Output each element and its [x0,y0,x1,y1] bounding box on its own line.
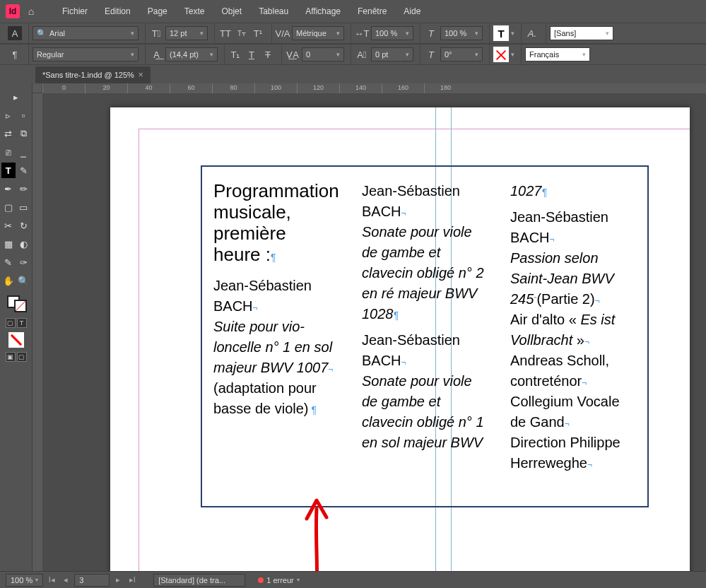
document-page[interactable]: Program­mation musicale, première heure … [110,107,690,571]
menu-window[interactable]: Fenêtre [351,2,394,20]
page-tool-icon[interactable]: ▫ [17,107,31,123]
menu-view[interactable]: Affichage [298,2,348,20]
paragraph-formatting-icon[interactable]: ¶ [8,47,22,61]
skew-dropdown[interactable]: 0° [440,47,483,61]
menu-table[interactable]: Tableau [252,2,295,20]
content-collector-icon[interactable]: ⧉ [17,126,31,141]
paragraph: Direction Phi­lippe Herrewe­ghe¬ [510,433,637,474]
line-tool-icon[interactable]: ⎯ [17,144,31,160]
canvas-area[interactable]: 02040 6080100 120140160 180 Program­mati… [33,83,706,571]
char-style-value: [Sans] [554,29,576,37]
font-size-dropdown[interactable]: 12 pt [165,26,208,40]
heading: Program­mation musicale, première heure … [213,181,341,266]
strike-icon[interactable]: T [261,47,275,61]
menu-text[interactable]: Texte [177,2,212,20]
hscale-icon: ↔T [355,26,369,40]
underline-icon[interactable]: T [245,47,259,61]
paragraph: Suite pour vio­loncelle n° 1 en sol maje… [213,317,341,378]
zoom-dropdown[interactable]: 100 %▾ [6,574,43,587]
control-bar-paragraph: ¶ Regular A͟ (14,4 pt) T₁ T T V͟A 0 Aͣ 0… [0,44,706,65]
menu-help[interactable]: Aide [396,2,428,20]
page-first-icon[interactable]: I◂ [46,575,57,584]
smallcaps-icon[interactable]: Tᴛ [235,26,249,40]
note-tool-icon[interactable]: ✎ [1,254,16,270]
subscript-icon[interactable]: T₁ [228,47,242,61]
rectangle-tool-icon[interactable]: ▭ [17,199,31,215]
page-next-icon[interactable]: ▸ [112,575,124,584]
hscale-dropdown[interactable]: 100 % [371,26,413,40]
font-size-value: 12 pt [170,29,187,37]
allcaps-icon[interactable]: TT [218,26,233,40]
font-style-dropdown[interactable]: Regular [33,47,139,61]
fill-black-T-icon[interactable]: T [493,25,509,41]
selection-tool-icon[interactable]: ▸ [8,89,24,105]
type-path-tool-icon[interactable]: ✎ [17,163,31,178]
ruler-vertical[interactable] [33,93,42,571]
language-dropdown[interactable]: Français [525,47,590,61]
superscript-icon[interactable]: T¹ [251,26,265,40]
rectangle-frame-tool-icon[interactable]: ▢ [1,199,16,215]
pencil-tool-icon[interactable]: ✏ [17,181,31,196]
menu-bar: Id ⌂ Fichier Edition Page Texte Objet Ta… [0,0,706,23]
paragraph: Air d'alto « Es ist Vollbracht »¬ [510,310,637,351]
ruler-origin[interactable] [33,83,42,93]
skew-value: 0° [445,50,452,59]
gradient-swatch-icon[interactable]: ▦ [1,236,16,252]
leading-value: (14,4 pt) [170,50,199,59]
tracking-dropdown[interactable]: 0 [302,47,344,61]
fill-stroke-swatch[interactable] [6,294,27,312]
vscale-icon: T [424,26,438,40]
tracking-value: 0 [306,50,310,59]
text-frame[interactable]: Program­mation musicale, première heure … [201,165,649,507]
document-tab-bar: *Sans titre-1.indd @ 125% × [0,65,706,83]
close-tab-icon[interactable]: × [139,70,143,80]
formatting-affects-icons[interactable]: ▢ T [1,318,30,328]
direct-selection-tool-icon[interactable]: ▹ [1,107,16,123]
page-number-value: 3 [79,576,83,584]
ruler-horizontal[interactable]: 02040 6080100 120140160 180 [42,83,706,93]
vscale-dropdown[interactable]: 100 % [440,26,483,40]
text-column-1[interactable]: Program­mation musicale, première heure … [202,167,351,506]
type-tool-icon[interactable]: T [1,163,16,178]
eyedropper-tool-icon[interactable]: ✑ [17,254,31,270]
gradient-feather-icon[interactable]: ◐ [17,236,31,252]
vscale-value: 100 % [445,29,466,37]
home-icon[interactable]: ⌂ [23,6,40,17]
paragraph: (adaptation pour basse de viole) ¶ [213,378,341,419]
page-last-icon[interactable]: ▸I [127,575,138,584]
menu-page[interactable]: Page [141,2,175,20]
hscale-value: 100 % [375,29,397,37]
char-style-icon[interactable]: A. [525,26,539,40]
screen-mode-icons[interactable]: ▣ ▢ [1,352,30,362]
document-tab[interactable]: *Sans titre-1.indd @ 125% × [35,66,151,83]
zoom-tool-icon[interactable]: 🔍 [17,273,31,288]
menu-object[interactable]: Objet [214,2,249,20]
content-placer-icon[interactable]: ⎚ [1,144,16,160]
preflight-error-label[interactable]: 1 erreur [266,576,294,584]
gap-tool-icon[interactable]: ⇄ [1,126,16,141]
character-formatting-icon[interactable]: A [8,26,22,40]
font-family-dropdown[interactable]: 🔍 Arial [33,26,139,40]
text-column-3[interactable]: 1027¶ Jean-Sébastien BACH¬ Passion selon… [499,167,647,506]
preflight-error-dot-icon [258,577,264,583]
skew-icon: T [424,47,438,61]
baseline-value: 0 pt [375,50,388,59]
free-transform-icon[interactable]: ↻ [17,218,31,233]
page-prev-icon[interactable]: ◂ [60,575,71,584]
menu-edit[interactable]: Edition [98,2,138,20]
stroke-none-icon[interactable] [493,47,509,62]
paragraph: Sonate pour viole de gambe et clavecin o… [362,371,489,453]
kerning-dropdown[interactable]: Métrique [292,26,344,40]
menu-file[interactable]: Fichier [55,2,95,20]
text-column-2[interactable]: Jean-Sébastien BACH¬ Sonate pour viole d… [351,167,499,506]
page-number-field[interactable]: 3 [74,574,110,587]
scissors-tool-icon[interactable]: ✂ [1,218,16,233]
app-icon-indesign: Id [6,4,20,18]
leading-dropdown[interactable]: (14,4 pt) [165,47,218,61]
char-style-dropdown[interactable]: [Sans] [550,26,613,40]
apply-none-icon[interactable] [8,332,24,348]
baseline-dropdown[interactable]: 0 pt [371,47,413,61]
pen-tool-icon[interactable]: ✒ [1,181,16,196]
preflight-profile-dropdown[interactable]: [Standard] (de tra... [153,574,245,587]
hand-tool-icon[interactable]: ✋ [1,273,16,288]
